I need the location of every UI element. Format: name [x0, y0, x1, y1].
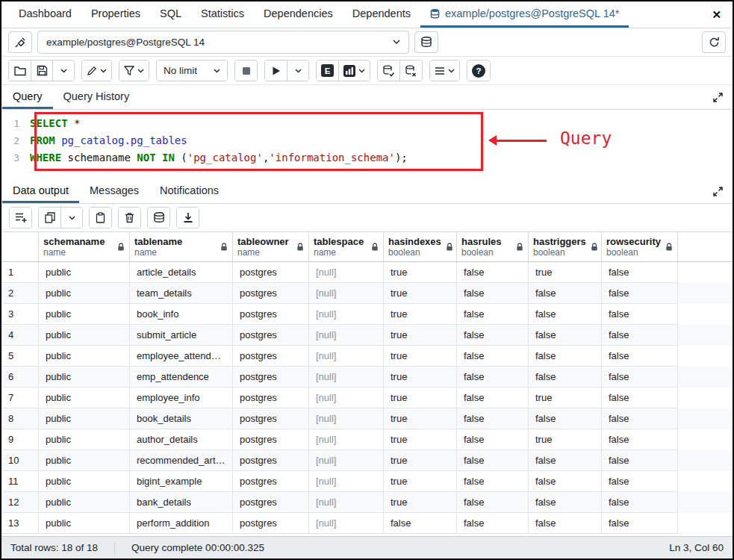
- row-number[interactable]: 7: [1, 388, 39, 408]
- cell-tableowner[interactable]: postgres: [233, 429, 309, 450]
- cell-hastriggers[interactable]: true: [529, 429, 602, 450]
- cell-hasrules[interactable]: false: [457, 388, 529, 408]
- explain-button[interactable]: E: [317, 60, 338, 81]
- tab-properties[interactable]: Properties: [81, 1, 150, 28]
- execute-button[interactable]: [265, 60, 287, 81]
- column-header-rowsecurity[interactable]: rowsecurityboolean: [602, 232, 678, 262]
- cell-tablespace[interactable]: [null]: [309, 346, 384, 367]
- tab-data-output[interactable]: Data output: [2, 179, 79, 203]
- cell-tablespace[interactable]: [null]: [309, 471, 384, 492]
- cell-hastriggers[interactable]: false: [529, 325, 602, 346]
- row-number[interactable]: 10: [1, 450, 39, 471]
- edit-button[interactable]: [82, 60, 111, 81]
- cell-schemaname[interactable]: public: [39, 471, 130, 492]
- cell-rowsecurity[interactable]: false: [602, 346, 678, 367]
- expand-editor-icon[interactable]: [703, 85, 733, 109]
- expand-output-icon[interactable]: [703, 179, 733, 203]
- cell-hastriggers[interactable]: false: [529, 367, 602, 388]
- cell-hasrules[interactable]: false: [457, 492, 529, 513]
- cell-tablespace[interactable]: [null]: [309, 492, 384, 513]
- cell-hasindexes[interactable]: true: [384, 450, 457, 471]
- cell-tableowner[interactable]: postgres: [233, 450, 309, 471]
- cell-tablename[interactable]: employee_attendence: [130, 346, 233, 367]
- column-header-schemaname[interactable]: schemanamename: [39, 232, 130, 262]
- cell-schemaname[interactable]: public: [39, 325, 130, 346]
- cell-tableowner[interactable]: postgres: [233, 471, 309, 492]
- execute-dropdown-button[interactable]: [287, 60, 308, 81]
- cell-hasrules[interactable]: false: [457, 408, 529, 429]
- cell-hastriggers[interactable]: true: [529, 262, 602, 283]
- download-csv-button[interactable]: [177, 208, 199, 228]
- cell-rowsecurity[interactable]: false: [602, 450, 678, 471]
- cell-schemaname[interactable]: public: [39, 346, 130, 367]
- tab-dependencies[interactable]: Dependencies: [254, 1, 343, 28]
- cell-hasrules[interactable]: false: [457, 471, 529, 492]
- cell-hasindexes[interactable]: true: [384, 408, 457, 429]
- delete-row-button[interactable]: [119, 208, 140, 228]
- cell-hasindexes[interactable]: true: [384, 388, 457, 408]
- row-number[interactable]: 12: [1, 492, 39, 513]
- cell-tablespace[interactable]: [null]: [309, 513, 384, 534]
- cell-rowsecurity[interactable]: false: [602, 513, 678, 534]
- sql-line[interactable]: 1SELECT *: [1, 115, 733, 132]
- row-limit-select[interactable]: No limit: [157, 60, 227, 81]
- cell-schemaname[interactable]: public: [39, 283, 130, 304]
- connection-status-button[interactable]: [8, 31, 32, 53]
- sql-line[interactable]: 2FROM pg_catalog.pg_tables: [1, 132, 733, 149]
- cell-hastriggers[interactable]: false: [529, 513, 602, 534]
- filter-button[interactable]: [119, 60, 149, 81]
- cell-rowsecurity[interactable]: false: [602, 492, 678, 513]
- cell-tablespace[interactable]: [null]: [309, 325, 384, 346]
- cell-tableowner[interactable]: postgres: [233, 367, 309, 388]
- tab-query-history[interactable]: Query History: [53, 85, 140, 109]
- cell-hasindexes[interactable]: false: [384, 513, 457, 534]
- row-number[interactable]: 3: [1, 304, 39, 325]
- tab-query-tool[interactable]: example/postgres@PostgreSQL 14*: [420, 1, 629, 28]
- cell-tablespace[interactable]: [null]: [309, 367, 384, 388]
- cell-hastriggers[interactable]: true: [529, 388, 602, 408]
- row-number[interactable]: 2: [1, 283, 39, 304]
- cell-hasindexes[interactable]: true: [384, 346, 457, 367]
- save-data-button[interactable]: [148, 208, 169, 228]
- cell-tableowner[interactable]: postgres: [233, 262, 309, 283]
- cell-rowsecurity[interactable]: false: [602, 262, 678, 283]
- cell-tablename[interactable]: book_details: [130, 408, 233, 429]
- row-number[interactable]: 11: [1, 471, 39, 492]
- cell-rowsecurity[interactable]: false: [602, 388, 678, 408]
- cell-hasindexes[interactable]: true: [384, 262, 457, 283]
- row-number[interactable]: 13: [1, 513, 39, 534]
- column-header-hasindexes[interactable]: hasindexesboolean: [384, 232, 457, 262]
- paste-button[interactable]: [90, 208, 111, 228]
- cell-tablespace[interactable]: [null]: [309, 450, 384, 471]
- cell-schemaname[interactable]: public: [39, 262, 130, 283]
- cell-tablename[interactable]: emp_attendence: [130, 367, 233, 388]
- column-header-tablespace[interactable]: tablespacename: [309, 232, 384, 262]
- cell-hastriggers[interactable]: false: [529, 492, 602, 513]
- cell-schemaname[interactable]: public: [39, 450, 130, 471]
- close-icon[interactable]: ✕: [700, 1, 733, 28]
- row-number[interactable]: 6: [1, 367, 39, 388]
- tab-notifications[interactable]: Notifications: [149, 179, 229, 203]
- cell-tableowner[interactable]: postgres: [233, 304, 309, 325]
- cell-tablespace[interactable]: [null]: [309, 304, 384, 325]
- cell-hastriggers[interactable]: false: [529, 450, 602, 471]
- save-dropdown-button[interactable]: [52, 60, 74, 81]
- help-button[interactable]: ?: [467, 60, 490, 81]
- row-number[interactable]: 5: [1, 346, 39, 367]
- cell-tableowner[interactable]: postgres: [233, 408, 309, 429]
- cell-rowsecurity[interactable]: false: [602, 367, 678, 388]
- sql-editor[interactable]: 1SELECT *2FROM pg_catalog.pg_tables3WHER…: [1, 110, 733, 179]
- cell-tableowner[interactable]: postgres: [233, 283, 309, 304]
- cell-tableowner[interactable]: postgres: [233, 388, 309, 408]
- cell-hasindexes[interactable]: true: [384, 492, 457, 513]
- cell-tablename[interactable]: bigint_example: [130, 471, 233, 492]
- cell-rowsecurity[interactable]: false: [602, 304, 678, 325]
- cell-hasrules[interactable]: false: [457, 262, 529, 283]
- row-number[interactable]: 8: [1, 408, 39, 429]
- column-header-tablename[interactable]: tablenamename: [130, 232, 233, 262]
- column-header-hastriggers[interactable]: hastriggersboolean: [529, 232, 602, 262]
- cell-schemaname[interactable]: public: [39, 367, 130, 388]
- cell-rowsecurity[interactable]: false: [602, 283, 678, 304]
- cell-hasindexes[interactable]: true: [384, 471, 457, 492]
- copy-button[interactable]: [39, 208, 60, 228]
